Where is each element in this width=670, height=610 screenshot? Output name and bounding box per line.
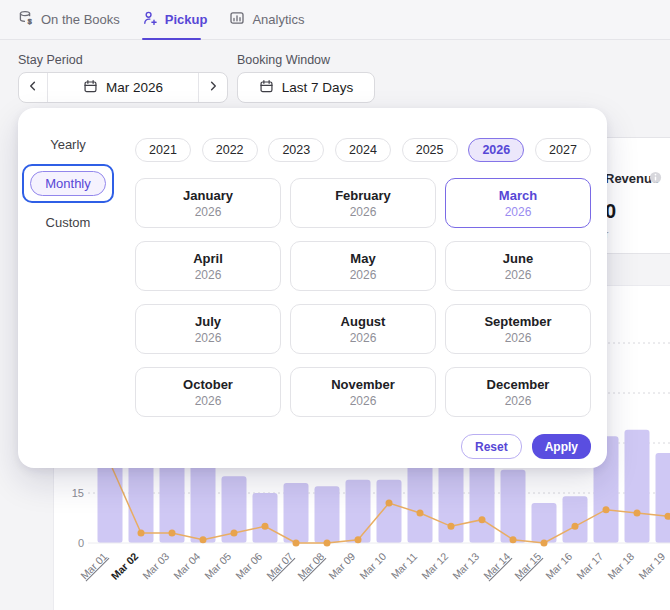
month-year: 2026: [505, 268, 532, 282]
line-point: [293, 540, 300, 547]
month-year: 2026: [195, 394, 222, 408]
bar-Mar-18[interactable]: [625, 430, 650, 543]
year-pill-2026[interactable]: 2026: [468, 138, 524, 162]
reset-button[interactable]: Reset: [461, 434, 522, 459]
bar-Mar-15[interactable]: [532, 503, 557, 543]
person-plus-icon: [142, 10, 158, 29]
month-name: November: [331, 377, 395, 392]
year-pill-2025[interactable]: 2025: [402, 138, 458, 162]
apply-button[interactable]: Apply: [532, 434, 591, 459]
line-point: [169, 530, 176, 537]
stay-period-picker-popup: Yearly Monthly Custom 202120222023202420…: [18, 108, 607, 468]
x-tick-label: Mar 18: [605, 550, 637, 582]
month-name: February: [335, 188, 391, 203]
line-point: [417, 510, 424, 517]
bar-Mar-09[interactable]: [346, 480, 371, 543]
year-pill-2021[interactable]: 2021: [135, 138, 191, 162]
line-point: [138, 530, 145, 537]
month-card-august[interactable]: August2026: [290, 304, 436, 354]
bar-Mar-08[interactable]: [315, 486, 340, 543]
x-tick-label: Mar 15: [512, 550, 544, 582]
x-tick-label: Mar 14: [481, 550, 513, 582]
month-year: 2026: [350, 331, 377, 345]
bar-Mar-14[interactable]: [501, 470, 526, 543]
x-tick-label: Mar 12: [419, 550, 451, 582]
tab-pickup[interactable]: Pickup: [142, 0, 208, 39]
line-point: [510, 536, 517, 543]
bar-Mar-06[interactable]: [253, 493, 278, 543]
mode-custom[interactable]: Custom: [46, 211, 91, 234]
month-card-june[interactable]: June2026: [445, 241, 591, 291]
line-point: [231, 530, 238, 537]
month-year: 2026: [195, 268, 222, 282]
line-point: [262, 523, 269, 530]
bar-Mar-16[interactable]: [563, 496, 588, 543]
x-tick-label: Mar 17: [574, 550, 606, 582]
tab-analytics[interactable]: Analytics: [229, 0, 304, 39]
x-tick-label: Mar 03: [140, 550, 172, 582]
bar-chart-icon: [229, 10, 245, 29]
month-year: 2026: [505, 331, 532, 345]
month-card-february[interactable]: February2026: [290, 178, 436, 228]
x-tick-label: Mar 16: [543, 550, 575, 582]
bar-Mar-07[interactable]: [284, 483, 309, 543]
month-year: 2026: [350, 394, 377, 408]
line-point: [479, 516, 486, 523]
year-pill-2023[interactable]: 2023: [268, 138, 324, 162]
x-tick-label: Mar 05: [202, 550, 234, 582]
bar-Mar-13[interactable]: [470, 460, 495, 543]
tab-label: Pickup: [165, 12, 208, 27]
bar-Mar-04[interactable]: [191, 460, 216, 543]
line-point: [355, 536, 362, 543]
month-name: April: [193, 251, 223, 266]
x-tick-label: Mar 13: [450, 550, 482, 582]
picker-content: 2021202220232024202520262027 January2026…: [118, 108, 607, 468]
mode-monthly-focus-ring: Monthly: [22, 164, 114, 203]
month-card-april[interactable]: April2026: [135, 241, 281, 291]
month-name: December: [487, 377, 550, 392]
month-name: March: [499, 188, 537, 203]
line-point: [386, 500, 393, 507]
top-nav: $ On the Books Pickup Analytics: [0, 0, 670, 40]
x-tick-label: Mar 08: [295, 550, 327, 582]
mode-yearly[interactable]: Yearly: [50, 133, 86, 156]
y-tick-label: 15: [72, 487, 84, 499]
month-card-march[interactable]: March2026: [445, 178, 591, 228]
year-pill-2022[interactable]: 2022: [202, 138, 258, 162]
x-tick-label: Mar 19: [636, 550, 668, 582]
bar-Mar-10[interactable]: [377, 480, 402, 543]
bar-Mar-19[interactable]: [656, 453, 670, 543]
line-point: [572, 523, 579, 530]
picker-footer: Reset Apply: [135, 434, 591, 459]
month-card-november[interactable]: November2026: [290, 367, 436, 417]
svg-text:$: $: [28, 18, 32, 25]
month-name: May: [350, 251, 375, 266]
tab-label: Analytics: [252, 12, 304, 27]
y-axis-labels: 015: [72, 487, 84, 549]
month-card-may[interactable]: May2026: [290, 241, 436, 291]
month-year: 2026: [505, 205, 532, 219]
month-card-september[interactable]: September2026: [445, 304, 591, 354]
x-tick-label: Mar 07: [264, 550, 296, 582]
month-year: 2026: [505, 394, 532, 408]
tab-on-the-books[interactable]: $ On the Books: [18, 0, 120, 39]
month-card-october[interactable]: October2026: [135, 367, 281, 417]
year-pill-2027[interactable]: 2027: [535, 138, 591, 162]
mode-monthly[interactable]: Monthly: [30, 171, 106, 196]
month-card-january[interactable]: January2026: [135, 178, 281, 228]
month-name: January: [183, 188, 233, 203]
month-grid: January2026February2026March2026April202…: [135, 178, 591, 417]
bar-Mar-12[interactable]: [439, 456, 464, 543]
month-name: August: [341, 314, 386, 329]
x-tick-label: Mar 01: [78, 550, 110, 582]
tab-label: On the Books: [41, 12, 120, 27]
month-card-december[interactable]: December2026: [445, 367, 591, 417]
month-card-july[interactable]: July2026: [135, 304, 281, 354]
year-pill-2024[interactable]: 2024: [335, 138, 391, 162]
x-tick-label: Mar 06: [233, 550, 265, 582]
x-tick-label: Mar 02: [108, 550, 140, 582]
month-year: 2026: [350, 205, 377, 219]
x-tick-label: Mar 10: [357, 550, 389, 582]
line-point: [448, 523, 455, 530]
month-name: September: [484, 314, 551, 329]
